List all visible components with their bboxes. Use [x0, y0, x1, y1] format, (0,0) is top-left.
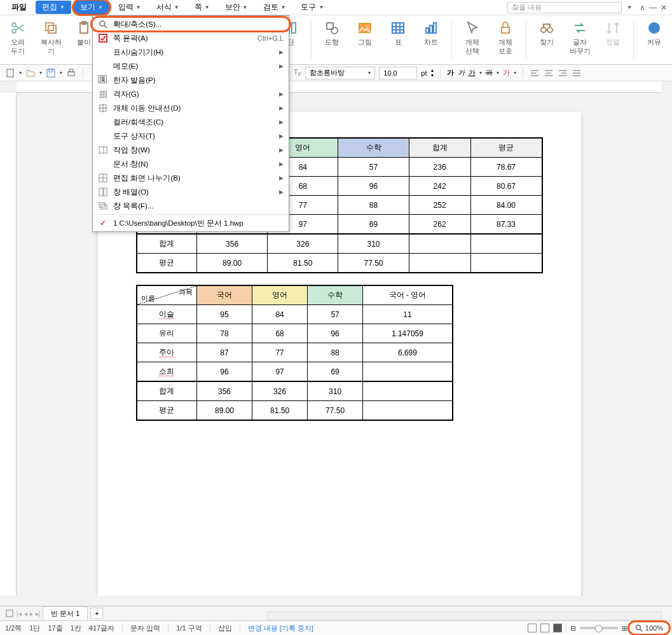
tab-nav[interactable]: |◂◂▸▸|	[17, 610, 40, 617]
menu-item[interactable]: 작업 창(W)▶	[93, 143, 289, 157]
minimize-icon[interactable]: —	[649, 3, 657, 12]
submenu-arrow-icon: ▶	[279, 161, 284, 167]
caret-icon: ▾	[479, 70, 482, 76]
table-cell: 236	[409, 158, 470, 177]
underline-button[interactable]: 가	[469, 68, 476, 78]
menu-review[interactable]: 검토▼	[257, 1, 292, 14]
menu-edit[interactable]: 편집▼	[36, 1, 71, 14]
document-tab[interactable]: 빈 문서 1	[43, 606, 88, 620]
table-cell: 77	[252, 343, 308, 362]
menu-file[interactable]: 파일	[5, 1, 33, 14]
bold-button[interactable]: 가	[447, 68, 454, 78]
save-icon[interactable]	[46, 68, 56, 78]
horizontal-scrollbar[interactable]	[267, 611, 662, 620]
zoom-percent-button[interactable]: 100%	[631, 623, 667, 633]
close-icon[interactable]: ✕	[661, 3, 667, 12]
vertical-ruler[interactable]	[0, 93, 17, 596]
submenu-arrow-icon: ▶	[279, 63, 284, 69]
expand-icon[interactable]: ∧	[640, 3, 645, 12]
paste-icon	[76, 20, 92, 36]
zoom-out-button[interactable]: ⊟	[570, 624, 576, 632]
scissors-icon	[10, 20, 25, 36]
zoom-in-button[interactable]: ⊞	[622, 624, 627, 632]
menu-item[interactable]: 메모(E)▶	[93, 59, 289, 73]
table-cell	[470, 254, 542, 273]
menu-item[interactable]: 쪽 윤곽(A)Ctrl+G,L	[93, 31, 289, 45]
scores-table-2[interactable]: 과목이름국어영어수학국어 - 영어이슬95845711유리7868961.147…	[136, 285, 453, 421]
picture-button[interactable]: 그림	[352, 18, 378, 47]
font-size-select[interactable]: 10.0	[379, 67, 417, 79]
document-tabs: |◂◂▸▸| 빈 문서 1 +	[0, 606, 672, 620]
community-button[interactable]: 커뮤	[641, 18, 667, 47]
select-object-button[interactable]: 개체 선택	[460, 18, 485, 56]
table-cell: 89.00	[197, 401, 252, 421]
menu-input[interactable]: 입력▼	[112, 1, 147, 14]
strike-button[interactable]: 과	[486, 68, 493, 78]
separator	[93, 214, 289, 215]
new-icon[interactable]	[5, 68, 15, 78]
align-justify-icon[interactable]	[572, 68, 582, 78]
font-size-value: 10.0	[383, 69, 397, 77]
menu-item[interactable]: 漢한자 발음(P)	[93, 73, 289, 87]
align-right-icon[interactable]	[558, 68, 568, 78]
menu-item[interactable]: 편집 화면 나누기(B)▶	[93, 171, 289, 185]
separator	[451, 21, 452, 59]
svg-rect-60	[6, 610, 13, 617]
status-track-changes[interactable]: 변경 내용 [기록 중지]	[248, 624, 313, 633]
align-center-icon[interactable]	[544, 68, 554, 78]
shape-button[interactable]: 도형	[319, 18, 345, 47]
print-icon[interactable]	[66, 68, 76, 78]
submenu-arrow-icon: ▶	[279, 189, 284, 195]
copy-button[interactable]: 복사하기	[38, 18, 64, 56]
align-left-icon[interactable]	[530, 68, 540, 78]
menu-tools[interactable]: 도구▼	[294, 1, 330, 14]
menu-item[interactable]: ✓1 C:\Users\bang\Desktop\빈 문서 1.hwp	[93, 216, 289, 230]
menu-format[interactable]: 서식▼	[150, 1, 186, 14]
magnifier-icon	[635, 624, 643, 632]
caret-icon: ▼	[98, 4, 103, 10]
sort-button[interactable]: 정렬	[600, 18, 626, 47]
zoom-controls: ⊟ ⊞ 100%	[528, 623, 667, 633]
menu-label: 검토	[263, 3, 278, 12]
zoom-slider[interactable]	[580, 627, 618, 629]
table-cell: 95	[197, 305, 252, 324]
menu-item[interactable]: 창 배열(O)▶	[93, 185, 289, 199]
view-mode-2-icon[interactable]	[540, 624, 549, 632]
svg-point-27	[648, 22, 660, 34]
menu-view[interactable]: 보기▼	[74, 1, 109, 14]
menu-bar: 파일 편집▼ 보기▼ 입력▼ 서식▼ 쪽▼ 보안▼ 검토▼ 도구▼ 찾을 내용 …	[0, 0, 672, 15]
spinner-icon[interactable]: ▴▾	[431, 68, 434, 78]
cut-button[interactable]: 오려 두기	[5, 18, 31, 56]
table-button[interactable]: 표	[385, 18, 411, 47]
table-cell	[363, 401, 453, 421]
menu-item[interactable]: 문서 창(N)▶	[93, 157, 289, 171]
menu-security[interactable]: 보안▼	[219, 1, 254, 14]
menu-item[interactable]: 컬러/회색조(C)▶	[93, 115, 289, 129]
menu-label: 서식	[156, 3, 172, 12]
menu-item[interactable]: 개체 이동 안내선(D)▶	[93, 101, 289, 115]
menu-item[interactable]: 창 목록(F)...	[93, 199, 289, 213]
view-mode-3-icon[interactable]	[553, 624, 562, 632]
open-icon[interactable]	[25, 68, 36, 78]
copy-icon	[43, 20, 58, 36]
find-button[interactable]: 찾기	[534, 18, 559, 47]
svg-rect-29	[47, 69, 55, 77]
add-tab-button[interactable]: +	[90, 608, 103, 619]
font-color-button[interactable]: 가	[503, 68, 510, 78]
replace-button[interactable]: 글자 바꾸기	[567, 18, 593, 56]
menu-item[interactable]: 도구 상자(T)▶	[93, 129, 289, 143]
search-input[interactable]: 찾을 내용	[507, 2, 622, 13]
menu-item[interactable]: 표시/숨기기(H)▶	[93, 45, 289, 59]
view-mode-1-icon[interactable]	[528, 624, 537, 632]
font-select[interactable]: 함초롬바탕▾	[305, 67, 375, 79]
italic-button[interactable]: 가	[458, 68, 465, 78]
chart-button[interactable]: 차트	[418, 18, 444, 47]
table-cell: 84	[252, 305, 308, 324]
caret-icon: ▼	[136, 4, 141, 10]
separator	[526, 21, 526, 59]
menu-item[interactable]: 격자(G)▶	[93, 87, 289, 101]
menu-page[interactable]: 쪽▼	[188, 1, 216, 14]
protect-object-button[interactable]: 개체 보호	[493, 18, 518, 56]
tab-menu-icon[interactable]	[5, 609, 14, 618]
menu-item[interactable]: 확대/축소(S)...	[93, 17, 289, 31]
